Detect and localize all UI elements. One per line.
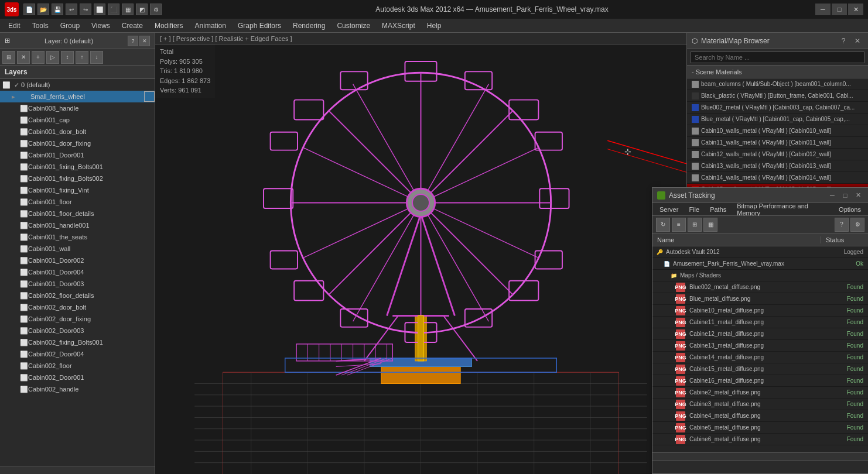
layers-toolbar[interactable]: ⊞ ✕ + ▷ ↕ ↑ ↓ — [0, 49, 155, 66]
layer-item-small-ferris[interactable]: ▸ Small_ferris_wheel — [0, 91, 155, 102]
asset-item-png14[interactable]: PNG Cabine6_metal_diffuse.png Found — [652, 434, 868, 445]
asset-table-button[interactable]: ▦ — [703, 218, 717, 232]
layer-item-cabin001-floor[interactable]: ⬜ Cabin001_floor — [0, 196, 155, 208]
layer-item-cabin002-floor[interactable]: ⬜ Cabin002_floor — [0, 360, 155, 372]
save-icon[interactable]: 💾 — [52, 4, 63, 15]
mat-item-cabin11[interactable]: Cabin11_walls_metal ( VRayMtl ) [Cabin01… — [687, 137, 868, 149]
layer-item-cabin008[interactable]: ⬜ Cabin008_handle — [0, 102, 155, 114]
viewport-content[interactable]: Total Polys: 905 305 Tris: 1 810 980 Edg… — [155, 44, 686, 474]
layer-add-button[interactable]: ⊞ — [2, 51, 15, 64]
layer-item-cabin001-door004[interactable]: ⬜ Cabin001_Door004 — [0, 266, 155, 278]
menu-views[interactable]: Views — [86, 20, 116, 31]
minimize-button[interactable]: ─ — [815, 4, 831, 15]
layer-item-cabin001-the-seats[interactable]: ⬜ Cabin001_the_seats — [0, 231, 155, 243]
asset-refresh-button[interactable]: ↻ — [656, 218, 670, 232]
layer-item-cabin002-handle[interactable]: ⬜ Cabin002_handle — [0, 383, 155, 395]
layers-info-button[interactable]: ? — [128, 36, 138, 46]
asset-item-png1[interactable]: PNG Blue002_metal_diffuse.png Found — [652, 281, 868, 293]
layer-delete-button[interactable]: ✕ — [17, 51, 30, 64]
asset-tracking-controls[interactable]: ─ □ ✕ — [827, 190, 863, 201]
asset-item-png11[interactable]: PNG Cabine3_metal_diffuse.png Found — [652, 399, 868, 410]
mat-item-cabin10[interactable]: Cabin10_walls_metal ( VRayMtl ) [Cabin01… — [687, 125, 868, 137]
layer-item-cabin002-floor-details[interactable]: ⬜ Cabin002_floor_details — [0, 290, 155, 301]
asset-list-button[interactable]: ≡ — [672, 218, 686, 232]
menu-help[interactable]: Help — [421, 20, 447, 31]
material-search-bar[interactable] — [687, 49, 868, 66]
new-icon[interactable]: 📄 — [23, 4, 35, 15]
layer-item-cabin002-fixing-bolts001[interactable]: ⬜ Cabin002_fixing_Bolts001 — [0, 336, 155, 348]
mat-item-black-plastic[interactable]: Black_plastic ( VRayMtl ) [Button_frame,… — [687, 90, 868, 102]
tb-icon5[interactable]: ⚙ — [150, 4, 162, 15]
layer-up-button[interactable]: ↑ — [76, 51, 88, 64]
asset-item-png4[interactable]: PNG Cabine11_metal_diffuse.png Found — [652, 317, 868, 328]
menu-group[interactable]: Group — [54, 20, 86, 31]
mat-item-beam[interactable]: beam_columns ( Multi/Sub-Object ) [beam0… — [687, 78, 868, 90]
asset-menu-paths[interactable]: Paths — [705, 205, 731, 214]
layer-item-cabin001-door-bolt[interactable]: ⬜ Cabin001_door_bolt — [0, 126, 155, 138]
menu-tools[interactable]: Tools — [26, 20, 54, 31]
mat-help-button[interactable]: ? — [838, 36, 849, 46]
asset-item-max-file[interactable]: 📄 Amusement_Park_Ferris_Wheel_vray.max O… — [652, 258, 868, 270]
mat-item-cabin14[interactable]: Cabin14_walls_metal ( VRayMtl ) [Cabin01… — [687, 172, 868, 184]
menu-maxscript[interactable]: MAXScript — [376, 20, 421, 31]
layer-item-cabin001-cap[interactable]: ⬜ Cabin001_cap — [0, 114, 155, 126]
layer-item-cabin001-fixing-vint[interactable]: ⬜ Cabin001_fixing_Vint — [0, 184, 155, 196]
maximize-button[interactable]: □ — [832, 4, 847, 15]
tb-icon2[interactable]: ⬛ — [108, 4, 119, 15]
layer-item-cabin002-door-bolt[interactable]: ⬜ Cabin002_door_bolt — [0, 301, 155, 313]
layers-header-buttons[interactable]: ? ✕ — [128, 36, 150, 46]
layer-item-0[interactable]: ⬜ ✓ 0 (default) — [0, 79, 155, 91]
asset-grid-button[interactable]: ⊞ — [688, 218, 702, 232]
asset-minimize-button[interactable]: ─ — [827, 190, 838, 201]
layer-item-cabin002-door004[interactable]: ⬜ Cabin002_Door004 — [0, 348, 155, 360]
layer-item-cabin001-door002[interactable]: ⬜ Cabin001_Door002 — [0, 255, 155, 266]
toolbar-icons[interactable]: 📄 📂 💾 ↩ ↪ ⬜ ⬛ ▦ ◩ ⚙ — [23, 4, 162, 15]
redo-icon[interactable]: ↪ — [80, 4, 91, 15]
asset-menu-bitmap[interactable]: Bitmap Performance and Memory — [732, 201, 833, 218]
asset-horizontal-scrollbar[interactable] — [652, 452, 868, 461]
menu-create[interactable]: Create — [116, 20, 149, 31]
layers-horizontal-scrollbar[interactable] — [0, 466, 155, 474]
layer-item-cabin001-door-fixing[interactable]: ⬜ Cabin001_door_fixing — [0, 138, 155, 149]
menu-modifiers[interactable]: Modifiers — [149, 20, 189, 31]
win-controls[interactable]: ─ □ ✕ — [815, 4, 863, 15]
layer-item-cabin002-door003[interactable]: ⬜ Cabin002_Door003 — [0, 325, 155, 336]
mat-item-blue002[interactable]: Blue002_metal ( VRayMtl ) [Cabin003_cap,… — [687, 102, 868, 114]
undo-icon[interactable]: ↩ — [66, 4, 77, 15]
asset-settings-button[interactable]: ⚙ — [850, 218, 864, 232]
layer-item-cabin002-door-fixing[interactable]: ⬜ Cabin002_door_fixing — [0, 313, 155, 325]
material-browser-controls[interactable]: ? ✕ — [838, 36, 863, 46]
asset-item-maps-folder[interactable]: 📁 Maps / Shaders — [652, 270, 868, 281]
layer-item-cabin001-wall[interactable]: ⬜ Cabin001_wall — [0, 243, 155, 255]
layer-new-button[interactable]: + — [32, 51, 45, 64]
asset-item-png7[interactable]: PNG Cabine14_metal_diffuse.png Found — [652, 352, 868, 363]
layer-select-button[interactable]: ▷ — [46, 51, 59, 64]
asset-item-png8[interactable]: PNG Cabine15_metal_diffuse.png Found — [652, 363, 868, 375]
asset-item-png2[interactable]: PNG Blue_metal_diffuse.png Found — [652, 293, 868, 305]
asset-item-png12[interactable]: PNG Cabine4_metal_diffuse.png Found — [652, 410, 868, 422]
asset-menu-server[interactable]: Server — [655, 205, 683, 214]
menu-graph-editors[interactable]: Graph Editors — [232, 20, 287, 31]
layer-item-cabin001-handle001[interactable]: ⬜ Cabin001_handle001 — [0, 219, 155, 231]
asset-item-png10[interactable]: PNG Cabine2_metal_diffuse.png Found — [652, 387, 868, 399]
asset-menu-file[interactable]: File — [684, 205, 704, 214]
tb-icon4[interactable]: ◩ — [136, 4, 148, 15]
layer-item-cabin001-door003[interactable]: ⬜ Cabin001_Door003 — [0, 278, 155, 290]
asset-item-png9[interactable]: PNG Cabine16_metal_diffuse.png Found — [652, 375, 868, 387]
menu-customize[interactable]: Customize — [331, 20, 376, 31]
layers-close-button[interactable]: ✕ — [139, 36, 150, 46]
tb-icon1[interactable]: ⬜ — [94, 4, 105, 15]
layer-move-button[interactable]: ↕ — [61, 51, 74, 64]
mat-item-cabin13[interactable]: Cabin13_walls_metal ( VRayMtl ) [Cabin01… — [687, 160, 868, 172]
asset-close-button[interactable]: ✕ — [853, 190, 863, 201]
layer-item-cabin001-fixing-bolts002[interactable]: ⬜ Cabin001_fixing_Bolts002 — [0, 173, 155, 184]
asset-item-png3[interactable]: PNG Cabine10_metal_diffuse.png Found — [652, 305, 868, 317]
asset-menu-options[interactable]: Options — [834, 205, 866, 214]
asset-toolbar[interactable]: ↻ ≡ ⊞ ▦ ? ⚙ — [652, 216, 868, 233]
layer-item-cabin002-door001[interactable]: ⬜ Cabin002_Door001 — [0, 372, 155, 383]
menu-animation[interactable]: Animation — [189, 20, 232, 31]
layer-item-cabin001-fixing-bolts001[interactable]: ⬜ Cabin001_fixing_Bolts001 — [0, 161, 155, 173]
layer-item-cabin001-door001[interactable]: ⬜ Cabin001_Door001 — [0, 149, 155, 161]
mat-item-blue-metal[interactable]: Blue_metal ( VRayMtl ) [Cabin001_cap, Ca… — [687, 114, 868, 125]
menu-rendering[interactable]: Rendering — [287, 20, 331, 31]
